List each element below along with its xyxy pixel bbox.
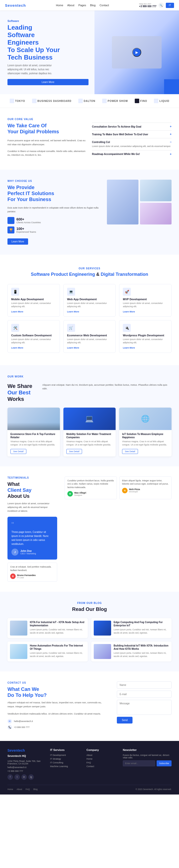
instagram-icon[interactable]: ig (28, 774, 34, 780)
testimonial-nick: Etiam aliquet ligula. Integer augue tort… (119, 476, 172, 499)
work-detail-button-0[interactable]: See Detail (10, 449, 26, 454)
play-button[interactable]: ▶ (132, 48, 141, 57)
newsletter-subscribe-button[interactable]: Subscribe (157, 761, 172, 766)
twitter-icon[interactable]: t (14, 774, 20, 780)
hero-cta-button[interactable]: Learn More (7, 79, 88, 85)
service-link-5[interactable]: Learn More (123, 346, 168, 349)
navbar-phone-group: Help line 24/7 +3 999 000 777 (139, 3, 156, 8)
core-value-grid: We Take Care Of Your Digital Problems Fu… (7, 123, 172, 160)
chevron-icon-3: + (170, 153, 172, 156)
service-link-1[interactable]: Learn More (67, 310, 112, 313)
footer-company-1[interactable]: Home (86, 757, 118, 760)
service-link-0[interactable]: Learn More (11, 310, 56, 313)
footer-bottom-link-0[interactable]: Home (7, 788, 13, 790)
service-link-2[interactable]: Learn More (123, 310, 168, 313)
contact-phone-text: +3 999 000 777 (14, 726, 30, 728)
contact-name-input[interactable] (117, 681, 172, 689)
why-image-2 (140, 180, 172, 201)
phone-icon: 📞 (7, 725, 12, 730)
navbar: Seventech Home About Pages Blog Contact … (0, 0, 179, 10)
footer-hq-address: 1234 Thirty Road, Suite 700, San Francis… (7, 760, 45, 765)
service-card-1: 💻 Web App Development Lorem ipsum dolor … (63, 284, 116, 317)
search-button[interactable]: 🔍 (158, 2, 164, 8)
footer-company-title: Company (86, 748, 118, 751)
core-value-desc2: Curabitur in libero ut massa volutpat co… (7, 149, 87, 157)
footer-service-0[interactable]: IT Development (50, 754, 81, 756)
footer-col-services: IT Services IT Development IT Strategy I… (50, 748, 81, 780)
contact-submit-button[interactable]: Send (117, 717, 133, 723)
footer-service-2[interactable]: IT Consulting (50, 762, 81, 764)
accordion-item-2[interactable]: Controlling Col − Lorem ipsum dolor sit … (92, 138, 172, 150)
footer-bottom-link-1[interactable]: About (17, 788, 22, 790)
footer-copyright: © 2023 Seventech. All rights reserved. (136, 788, 172, 790)
logo-text: Seven (5, 3, 17, 7)
partner-dalton: DALTON (78, 99, 96, 103)
footer-company-3[interactable]: Contact (86, 765, 118, 768)
contact-title-l2: Do To Help You? (7, 692, 47, 698)
service-title-1: Web App Development (67, 298, 112, 301)
works-tag: OUR WORK (7, 375, 172, 378)
core-value-tag: OUR CORE VALUE (7, 118, 172, 121)
service-link-3[interactable]: Learn More (11, 346, 56, 349)
partner-icon (154, 99, 158, 103)
service-title-0: Mobile App Development (11, 298, 56, 301)
footer-company-2[interactable]: FAQ (86, 762, 118, 764)
linkedin-icon[interactable]: in (22, 774, 27, 780)
footer-service-3[interactable]: Machine Learning (50, 765, 81, 768)
why-title-l1: We Provide (7, 185, 35, 190)
work-detail-button-2[interactable]: See Detail (122, 449, 138, 454)
service-link-4[interactable]: Learn More (67, 346, 112, 349)
work-card-0: Ecommerce Store For A Top Furniture Reta… (7, 408, 60, 457)
navbar-cta-button[interactable]: IT (166, 3, 174, 8)
accordion-item-3[interactable]: Roadmap Accompaniment While We Go! + Lor… (92, 150, 172, 158)
footer-bottom-link-2[interactable]: FAQ (26, 788, 30, 790)
why-learn-more-button[interactable]: Learn More (7, 239, 28, 245)
work-card-body-2: IoT Solution To Measure Employee Happine… (119, 430, 172, 457)
nav-home[interactable]: Home (56, 4, 63, 7)
nav-blog[interactable]: Blog (90, 4, 96, 7)
footer-bottom-link-3[interactable]: Blog (33, 788, 38, 790)
work-detail-button-1[interactable]: See Detail (66, 449, 82, 454)
testimonials-section: TESTIMONIALS What Client Say About Us Lo… (0, 466, 179, 592)
bruno-text: Cras at volutpat. Sed porttitor malesuad… (10, 565, 55, 572)
testimonials-left: TESTIMONIALS What Client Say About Us Lo… (7, 476, 57, 582)
newsletter-email-input[interactable] (123, 761, 155, 766)
accordion-item-1[interactable]: Training To Make Sure Well Deliver To En… (92, 130, 172, 138)
testimonials-title: What Client Say About Us (7, 481, 57, 499)
blog-image-2 (10, 644, 27, 659)
contact-email-input[interactable] (117, 691, 172, 698)
partner-name: FINO (140, 100, 147, 102)
footer-service-1[interactable]: IT Strategy (50, 757, 81, 760)
works-section: OUR WORK We Share Our Best Works Aliquam… (0, 365, 179, 466)
navbar-phone-label: Help line 24/7 (139, 3, 156, 5)
cv-title-l2: Your Digital Problems (7, 129, 59, 134)
partner-liquid: LIQUID (154, 99, 169, 103)
service-desc-5: Lorem ipsum dolor sit amet, consectetur … (123, 338, 168, 345)
service-card-2: 🚀 MVP Development Lorem ipsum dolor sit … (119, 284, 172, 317)
nav-about[interactable]: About (67, 4, 74, 7)
works-title: We Share Our Best Works (7, 383, 37, 403)
bruno-role: IT Lead (17, 577, 36, 579)
works-intro: We Share Our Best Works Aliquam erat vol… (7, 383, 172, 403)
nav-contact[interactable]: Contact (100, 4, 109, 7)
facebook-icon[interactable]: f (7, 774, 13, 780)
nick-text: Etiam aliquet ligula. Integer augue tort… (122, 479, 169, 486)
footer-company-0[interactable]: About (86, 754, 118, 756)
work-desc-0: Vivamus magna. Cras in mi at felis aliqu… (10, 440, 57, 447)
partner-icon (102, 99, 107, 103)
blog-body-0: IOTA For Industrial IoT - IOTA Node Setu… (30, 621, 85, 636)
contact-left: CONTACT US What Can We Do To Help You? A… (7, 681, 109, 731)
hero-blue-accent (164, 79, 179, 94)
works-intro-desc: Aliquam erat volutpat. Nam dui mi, tinci… (42, 383, 172, 403)
max-avatar: M (67, 491, 73, 497)
contact-form-area: Send (117, 681, 172, 731)
contact-tag: CONTACT US (7, 681, 109, 684)
blog-body-3: Building Industrial IoT With IOTA: Intro… (114, 644, 169, 659)
blog-card-3: Building Industrial IoT With IOTA: Intro… (91, 642, 172, 661)
core-value-section: OUR CORE VALUE We Take Care Of Your Digi… (0, 108, 179, 170)
work-image-0 (7, 408, 60, 430)
contact-message-input[interactable] (117, 700, 172, 715)
hero-title-l1: Leading (7, 24, 32, 31)
accordion-item-0[interactable]: Consultation Service To Achieve Big Goal… (92, 123, 172, 130)
nav-pages[interactable]: Pages (78, 4, 86, 7)
